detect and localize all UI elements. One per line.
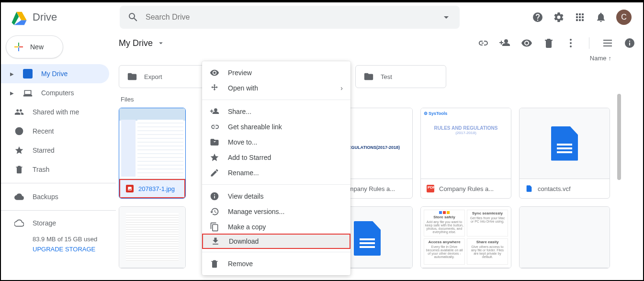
sidebar-item-storage[interactable]: Storage <box>1 214 116 232</box>
content-area: My Drive Name ↑ Export <box>116 32 643 280</box>
menu-item-label: Download <box>229 237 259 245</box>
apps-icon[interactable] <box>574 11 586 23</box>
menu-item-label: Share... <box>228 108 251 115</box>
menu-item-manage_versions[interactable]: Manage versions... <box>202 204 350 219</box>
sidebar-item-computers[interactable]: ▶ Computers <box>1 83 116 102</box>
list-view-icon[interactable] <box>602 37 613 49</box>
plus-icon <box>13 41 24 53</box>
file-card-selected[interactable]: 207837-1.jpg <box>119 108 186 199</box>
menu-item-view_details[interactable]: View details <box>202 189 350 204</box>
trash-icon <box>14 165 24 174</box>
folder-move-icon <box>210 137 219 147</box>
person-add-icon[interactable] <box>499 37 510 49</box>
sidebar-item-trash[interactable]: Trash <box>1 160 116 179</box>
image-icon <box>126 185 134 192</box>
trash-icon <box>210 259 219 269</box>
search-bar[interactable] <box>120 6 460 29</box>
menu-divider <box>202 100 350 100</box>
file-card[interactable] <box>119 206 186 269</box>
menu-item-get_link[interactable]: Get shareable link <box>202 119 350 135</box>
settings-icon[interactable] <box>553 11 565 23</box>
menu-item-remove[interactable]: Remove <box>202 256 350 271</box>
menu-item-label: Rename... <box>228 169 259 177</box>
storage-used-text: 83.9 MB of 15 GB used <box>33 236 107 243</box>
cloud-icon <box>14 218 24 228</box>
logo-wrap[interactable]: Drive <box>5 9 120 26</box>
menu-item-make_copy[interactable]: Make a copy <box>202 219 350 235</box>
new-button-label: New <box>30 43 44 51</box>
menu-item-open_with[interactable]: Open with› <box>202 80 350 96</box>
search-input[interactable] <box>146 13 434 22</box>
sidebar-item-my-drive[interactable]: ▶ My Drive <box>1 64 109 83</box>
chevron-right-icon: ▶ <box>10 71 14 77</box>
menu-item-share[interactable]: Share... <box>202 104 350 119</box>
menu-item-preview[interactable]: Preview <box>202 65 350 80</box>
file-card[interactable] <box>519 206 610 269</box>
more-icon[interactable] <box>565 37 576 49</box>
thumb-cell-sub: Get files from your Mac or PC into Drive… <box>468 216 507 223</box>
doc-icon <box>354 221 381 256</box>
delete-icon[interactable] <box>543 37 554 49</box>
file-card[interactable]: contacts.vcf <box>519 108 610 199</box>
file-thumb: Store safelyAdd any file you want to kee… <box>421 207 511 268</box>
menu-item-download[interactable]: Download <box>202 234 350 249</box>
notifications-icon[interactable] <box>595 11 607 23</box>
file-thumb: ⚙ SysTools RULES AND REGULATIONS (2017-2… <box>421 108 511 179</box>
nav-label: Shared with me <box>33 108 79 116</box>
sidebar-item-recent[interactable]: Recent <box>1 122 116 141</box>
menu-item-label: Get shareable link <box>228 123 282 131</box>
file-thumb <box>520 207 610 268</box>
upgrade-storage-link[interactable]: UPGRADE STORAGE <box>33 246 107 253</box>
doc-icon <box>551 126 578 161</box>
menu-item-label: View details <box>228 192 263 200</box>
file-footer: contacts.vcf <box>520 179 610 198</box>
sidebar: New ▶ My Drive ▶ Computers Shared with m… <box>1 32 116 280</box>
thumb-cell-title: Access anywhere <box>425 240 463 244</box>
breadcrumb-title[interactable]: My Drive <box>119 38 153 48</box>
sidebar-item-starred[interactable]: Starred <box>1 141 116 160</box>
file-card[interactable]: ⚙ SysTools RULES AND REGULATIONS (2017-2… <box>420 108 511 199</box>
eye-icon[interactable] <box>521 37 532 49</box>
chevron-right-icon: › <box>340 84 343 92</box>
star-icon <box>14 146 24 155</box>
new-button[interactable]: New <box>6 35 63 58</box>
sidebar-item-shared[interactable]: Shared with me <box>1 102 116 122</box>
folder-row: Export Test <box>119 65 635 88</box>
move-arrows-icon <box>210 83 219 93</box>
info-icon[interactable] <box>624 37 635 49</box>
thumb-cell-title: Store safely <box>425 215 463 219</box>
nav-label: Starred <box>33 146 55 154</box>
nav-label: My Drive <box>41 70 68 78</box>
pdf-icon: PDF <box>427 185 434 192</box>
avatar[interactable]: C <box>616 10 632 25</box>
menu-item-rename[interactable]: Rename... <box>202 165 350 180</box>
sidebar-item-backups[interactable]: Backups <box>1 187 116 206</box>
app-name: Drive <box>33 11 57 23</box>
help-icon[interactable] <box>532 11 543 23</box>
chevron-down-icon[interactable] <box>157 39 165 47</box>
thumb-text: (2017-2018) <box>376 145 400 150</box>
thumb-logo: ⚙ SysTools <box>424 111 508 116</box>
eye-icon <box>210 68 219 78</box>
file-thumb <box>119 207 185 268</box>
computers-icon <box>23 88 33 98</box>
search-dropdown-icon[interactable] <box>441 11 452 23</box>
nav-label: Trash <box>33 166 49 173</box>
file-thumb <box>520 108 610 179</box>
thumb-year: (2017-2018) <box>424 131 508 135</box>
file-card[interactable]: Store safelyAdd any file you want to kee… <box>420 206 511 269</box>
recent-icon <box>14 126 24 136</box>
link-icon[interactable] <box>477 37 488 49</box>
search-icon <box>127 11 139 23</box>
menu-item-add_starred[interactable]: Add to Starred <box>202 150 350 165</box>
link-icon <box>210 122 219 132</box>
scroll-thumb[interactable] <box>617 94 621 180</box>
sort-control[interactable]: Name ↑ <box>590 55 635 62</box>
folder-chip-test[interactable]: Test <box>355 65 446 88</box>
menu-item-label: Make a copy <box>228 223 266 231</box>
menu-item-move_to[interactable]: Move to... <box>202 135 350 150</box>
arrow-up-icon: ↑ <box>609 55 612 62</box>
thumb-cell-title: Share easily <box>468 240 507 244</box>
folder-name: Export <box>144 73 162 80</box>
folder-chip-export[interactable]: Export <box>119 65 210 88</box>
